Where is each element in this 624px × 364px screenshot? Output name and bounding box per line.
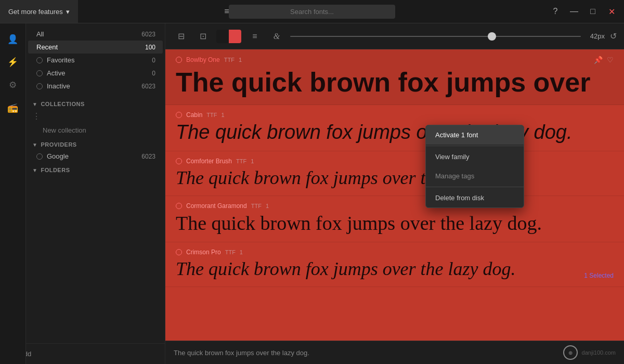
all-count: 6023 [141, 31, 155, 38]
inactive-count: 6023 [141, 83, 155, 90]
sidebar-icon-gear[interactable]: ⚙ [4, 75, 22, 94]
context-menu-divider1 [426, 146, 524, 146]
cormorant-preview: The quick brown fox jumps over the lazy … [176, 212, 614, 236]
help-icon[interactable]: ? [547, 3, 564, 20]
sidebar-icon-flash[interactable]: ⚡ [4, 53, 22, 71]
maximize-button[interactable]: □ [584, 3, 601, 20]
minimize-button[interactable]: — [566, 3, 582, 20]
cormorant-radio [176, 203, 182, 209]
font-size-label: 42px [586, 32, 605, 40]
sidebar-icon-profile[interactable]: 👤 [4, 30, 22, 48]
chevron-down-icon: ▾ [66, 8, 70, 16]
window-controls: ? — □ ✕ [547, 3, 624, 20]
get-more-features-label: Get more features [8, 8, 63, 16]
context-menu-divider2 [426, 187, 524, 187]
folders-chevron: ▼ [32, 167, 37, 173]
sidebar-inner: All 6023 Recent 100 Favorites 0 Activ [26, 23, 165, 343]
logo-inner: ⊕ [568, 350, 573, 356]
main-layout: 👤 ⚡ ⚙ 📻 All 6023 Recent 100 Fav [0, 23, 624, 364]
context-menu-delete[interactable]: Delete from disk [426, 188, 524, 207]
font-entry-cabin: Cabin TTF 1 The quick brown fox jumps ov… [165, 105, 624, 151]
cormorant-count: 1 [266, 203, 269, 209]
folders-label: FOLDERS [41, 167, 70, 173]
context-menu-activate[interactable]: Activate 1 font [426, 125, 524, 145]
heart-icon[interactable]: ♡ [607, 56, 614, 64]
font-list: Bowlby One TTF 1 📌 ♡ The quick brown fox… [165, 49, 624, 341]
bowlby-preview: The quick brown fox jumps over [176, 66, 614, 98]
watermark: danji100.com [582, 349, 616, 356]
red-swatch [229, 30, 241, 43]
google-radio [36, 153, 43, 160]
list-view-icon: ⊟ [178, 31, 185, 41]
cabin-tag: TTF [206, 112, 217, 118]
crimson-radio [176, 249, 182, 255]
sidebar-item-active[interactable]: Active 0 [28, 67, 163, 80]
comforter-radio [176, 158, 182, 164]
font-meta-comforter: Comforter Brush TTF 1 [176, 158, 614, 165]
providers-chevron: ▼ [32, 142, 37, 148]
collections-chevron: ▼ [32, 101, 37, 107]
cabin-name: Cabin [186, 111, 202, 119]
providers-header[interactable]: ▼ PROVIDERS [26, 137, 165, 150]
comforter-name: Comforter Brush [186, 158, 232, 165]
recent-label: Recent [36, 43, 145, 51]
sidebar-icon-rail: 👤 ⚡ ⚙ 📻 [0, 23, 26, 364]
recent-count: 100 [145, 44, 155, 51]
size-slider[interactable] [290, 36, 581, 37]
crimson-count: 1 [240, 249, 243, 255]
cabin-radio [176, 112, 182, 118]
filter-section: All 6023 Recent 100 Favorites 0 Activ [26, 23, 165, 97]
reset-button[interactable]: ↺ [610, 31, 617, 41]
ampersand-button[interactable]: & [268, 28, 285, 45]
sidebar-item-all[interactable]: All 6023 [28, 28, 163, 41]
inactive-label: Inactive [47, 82, 141, 90]
active-radio [36, 70, 43, 76]
comforter-preview: The quick brown fox jumps over the lazy … [176, 167, 614, 189]
favorites-count: 0 [152, 57, 155, 64]
bowlby-icons: 📌 ♡ [594, 56, 614, 64]
comforter-tag: TTF [236, 158, 246, 164]
collections-label: COLLECTIONS [41, 101, 84, 107]
new-collection-button[interactable]: New collection [28, 123, 163, 137]
close-button[interactable]: ✕ [603, 3, 620, 20]
align-icon: ≡ [252, 32, 257, 41]
cabin-preview: The quick brown fox jumps over the lazy … [176, 121, 614, 145]
sidebar-icon-radio[interactable]: 📻 [4, 98, 22, 117]
crimson-preview: The quick brown fox jumps over the lazy … [176, 258, 614, 280]
bowlby-name: Bowlby One [186, 56, 220, 63]
font-meta-cormorant: Cormorant Garamond TTF 1 [176, 202, 614, 210]
font-meta-cabin: Cabin TTF 1 [176, 111, 614, 119]
bowlby-count: 1 [239, 57, 242, 63]
sidebar-item-recent[interactable]: Recent 100 [28, 41, 163, 54]
favorites-radio [36, 57, 43, 63]
pin-icon[interactable]: 📌 [594, 56, 603, 64]
collections-more-icon[interactable]: ⋮ [26, 109, 160, 123]
google-label: Google [47, 152, 141, 160]
crimson-name: Crimson Pro [186, 249, 221, 256]
new-collection-label: New collection [43, 126, 86, 134]
comforter-count: 1 [251, 158, 254, 164]
sidebar-item-favorites[interactable]: Favorites 0 [28, 54, 163, 67]
content-area: ⊟ ⊡ ≡ & 42px ↺ [165, 23, 624, 364]
bowlby-tag: TTF [224, 57, 235, 63]
font-entry-cormorant: Cormorant Garamond TTF 1 The quick brown… [165, 196, 624, 242]
search-input[interactable] [229, 5, 395, 19]
color-swatches[interactable] [216, 30, 241, 43]
view-list-button[interactable]: ⊟ [173, 28, 189, 45]
active-count: 0 [152, 70, 155, 77]
context-menu-manage-tags[interactable]: Manage tags [426, 166, 524, 186]
folders-header[interactable]: ▼ FOLDERS [26, 163, 165, 175]
sidebar-item-inactive[interactable]: Inactive 6023 [28, 80, 163, 93]
align-button[interactable]: ≡ [246, 28, 263, 45]
font-meta-bowlby: Bowlby One TTF 1 📌 ♡ [176, 56, 614, 64]
bottom-bar: The quick brown fox jumps over the lazy … [165, 341, 624, 364]
cabin-count: 1 [222, 112, 225, 118]
view-grid-button[interactable]: ⊡ [194, 28, 211, 45]
bowlby-radio [176, 57, 182, 63]
context-menu-view-family[interactable]: View family [426, 147, 524, 166]
preview-text: The quick brown fox jumps over the lazy … [174, 349, 309, 357]
get-more-features-button[interactable]: Get more features ▾ [0, 0, 78, 23]
favorites-label: Favorites [47, 56, 152, 64]
collections-header[interactable]: ▼ COLLECTIONS [26, 97, 165, 109]
sidebar-item-google[interactable]: Google 6023 [28, 150, 163, 163]
